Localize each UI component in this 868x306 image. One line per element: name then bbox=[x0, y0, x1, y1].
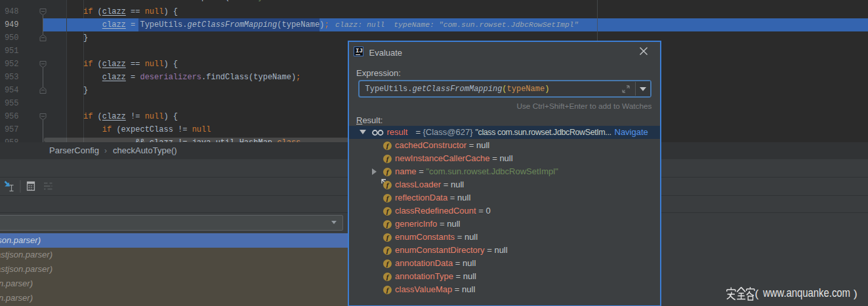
svg-text:www.anquanke.com: www.anquanke.com bbox=[762, 286, 850, 299]
svg-text:(: ( bbox=[755, 288, 759, 300]
svg-text:): ) bbox=[854, 288, 858, 300]
